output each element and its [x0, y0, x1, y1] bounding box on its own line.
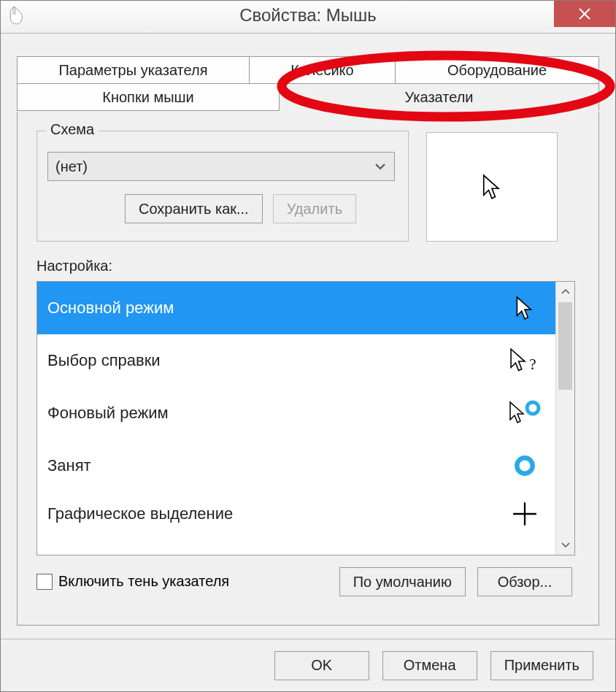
scroll-up-icon[interactable]	[556, 282, 574, 301]
arrow-cursor-icon	[482, 174, 502, 200]
svg-point-1	[527, 402, 539, 414]
chevron-down-icon	[374, 160, 387, 177]
save-as-button[interactable]: Сохранить как...	[125, 194, 263, 223]
cancel-button[interactable]: Отмена	[382, 651, 477, 680]
cursor-list: Основной режим Выбор справки ?	[36, 281, 575, 555]
scheme-dropdown[interactable]: (нет)	[47, 152, 395, 181]
tab-pointers[interactable]: Указатели	[280, 83, 599, 111]
list-item[interactable]: Фоновый режим	[37, 387, 555, 439]
tab-pointer-options[interactable]: Параметры указателя	[17, 56, 250, 84]
svg-point-2	[517, 458, 532, 473]
cursor-list-inner[interactable]: Основной режим Выбор справки ?	[37, 282, 555, 555]
titlebar: Свойства: Мышь	[1, 1, 615, 34]
delete-button[interactable]: Удалить	[273, 194, 356, 223]
tab-strip: Параметры указателя Колесико Оборудовани…	[17, 56, 599, 111]
cursor-preview-box	[426, 132, 558, 242]
ok-button[interactable]: OK	[274, 651, 369, 680]
window-title: Свойства: Мышь	[1, 5, 615, 26]
apply-button[interactable]: Применить	[490, 651, 593, 680]
list-item-label: Основной режим	[47, 299, 174, 318]
background-cursor-icon	[509, 397, 541, 429]
list-item-label: Фоновый режим	[47, 404, 169, 423]
tab-hardware[interactable]: Оборудование	[396, 56, 599, 84]
scrollbar[interactable]	[555, 282, 574, 555]
list-item[interactable]: Графическое выделение	[37, 492, 555, 536]
shadow-checkbox[interactable]: Включить тень указателя	[36, 573, 229, 590]
list-item-label: Выбор справки	[47, 351, 161, 370]
shadow-checkbox-label: Включить тень указателя	[58, 573, 229, 590]
tab-buttons[interactable]: Кнопки мыши	[17, 83, 280, 111]
list-item[interactable]: Выбор справки ?	[37, 334, 555, 387]
help-cursor-icon: ?	[509, 345, 541, 377]
scheme-selected: (нет)	[55, 158, 88, 175]
list-item[interactable]: Основной режим	[37, 282, 555, 334]
cross-cursor-icon	[509, 498, 541, 530]
arrow-cursor-icon	[509, 292, 541, 324]
browse-button[interactable]: Обзор...	[477, 567, 572, 596]
settings-label: Настройка:	[36, 258, 112, 274]
tab-wheel[interactable]: Колесико	[250, 56, 396, 84]
scheme-label: Схема	[46, 121, 99, 138]
list-item-label: Графическое выделение	[47, 504, 233, 523]
scroll-thumb[interactable]	[558, 302, 572, 390]
tab-panel-pointers: Схема (нет) Сохранить как... Удалить Нас…	[17, 112, 599, 626]
list-item-label: Занят	[47, 456, 91, 475]
scroll-down-icon[interactable]	[556, 536, 574, 555]
checkbox-box-icon	[36, 574, 53, 590]
dialog-button-bar: OK Отмена Применить	[1, 639, 615, 691]
svg-text:?: ?	[529, 355, 536, 373]
mouse-properties-window: Свойства: Мышь Параметры указателя Колес…	[0, 0, 616, 692]
close-button[interactable]	[554, 1, 615, 27]
scheme-group: Схема (нет) Сохранить как... Удалить	[36, 131, 409, 242]
list-item[interactable]: Занят	[37, 439, 555, 492]
busy-cursor-icon	[509, 450, 541, 482]
defaults-button[interactable]: По умолчанию	[339, 567, 466, 596]
